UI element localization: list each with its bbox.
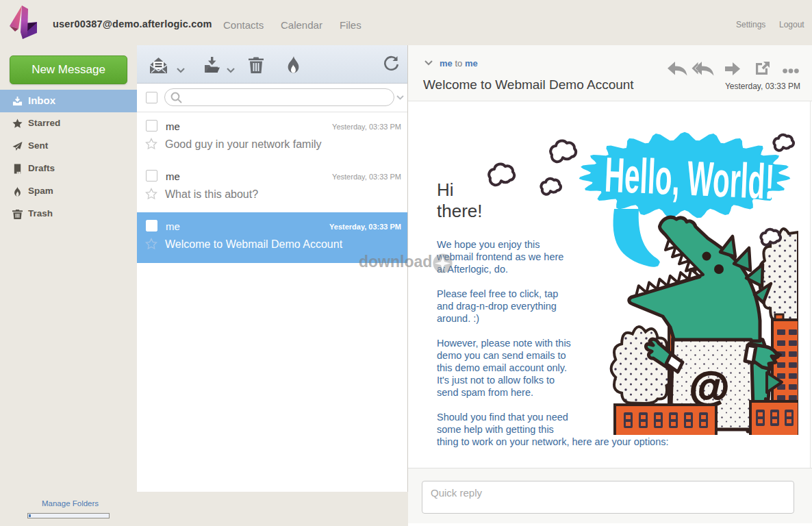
- svg-text:Hello, World!: Hello, World!: [604, 147, 776, 209]
- svg-text:@: @: [689, 364, 730, 410]
